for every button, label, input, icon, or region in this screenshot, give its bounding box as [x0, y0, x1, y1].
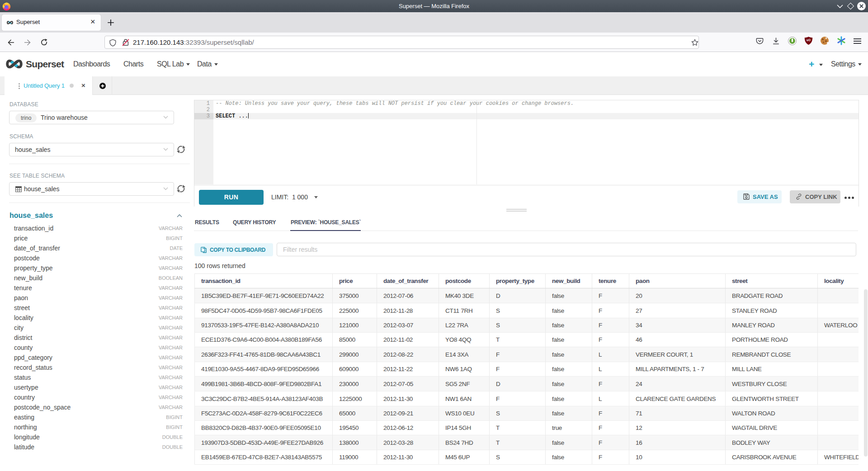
- svg-text:uO: uO: [807, 38, 811, 42]
